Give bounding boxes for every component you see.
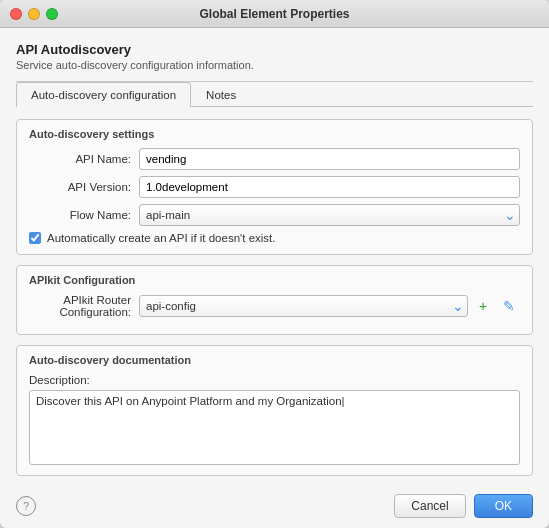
flow-name-select[interactable]: api-main [139,204,520,226]
apikit-group-title: APIkit Configuration [29,274,520,286]
description-textarea[interactable]: Discover this API on Anypoint Platform a… [29,390,520,465]
apikit-config-group: APIkit Configuration APIkit Router Confi… [16,265,533,335]
auto-create-row: Automatically create an API if it doesn'… [29,232,520,244]
close-button[interactable] [10,8,22,20]
flow-name-row: Flow Name: api-main ⌄ [29,204,520,226]
settings-group-title: Auto-discovery settings [29,128,520,140]
autodiscovery-settings-group: Auto-discovery settings API Name: API Ve… [16,119,533,255]
auto-create-checkbox[interactable] [29,232,41,244]
window-controls [10,8,58,20]
main-content: API Autodiscovery Service auto-discovery… [0,28,549,486]
footer-buttons: Cancel OK [394,494,533,518]
apikit-router-label: APIkit Router Configuration: [29,294,139,318]
tab-panel: Auto-discovery settings API Name: API Ve… [16,119,533,476]
apikit-router-row: APIkit Router Configuration: api-config … [29,294,520,318]
flow-name-select-wrapper: api-main ⌄ [139,204,520,226]
tab-notes[interactable]: Notes [191,82,251,107]
cancel-button[interactable]: Cancel [394,494,465,518]
plus-icon: + [479,298,487,314]
api-version-row: API Version: [29,176,520,198]
maximize-button[interactable] [46,8,58,20]
api-version-label: API Version: [29,181,139,193]
flow-name-label: Flow Name: [29,209,139,221]
ok-button[interactable]: OK [474,494,533,518]
add-config-button[interactable]: + [472,295,494,317]
description-label: Description: [29,374,520,386]
apikit-select-wrapper: api-config ⌄ [139,295,468,317]
doc-group-title: Auto-discovery documentation [29,354,520,366]
api-name-label: API Name: [29,153,139,165]
edit-config-button[interactable]: ✎ [498,295,520,317]
title-bar: Global Element Properties [0,0,549,28]
window-title: Global Element Properties [199,7,349,21]
apikit-router-select[interactable]: api-config [139,295,468,317]
minimize-button[interactable] [28,8,40,20]
section-subtitle: Service auto-discovery configuration inf… [16,59,533,71]
autodiscovery-doc-group: Auto-discovery documentation Description… [16,345,533,476]
api-version-input[interactable] [139,176,520,198]
footer: ? Cancel OK [0,486,549,528]
tab-bar: Auto-discovery configuration Notes [16,82,533,107]
help-button[interactable]: ? [16,496,36,516]
tab-auto-discovery[interactable]: Auto-discovery configuration [16,82,191,107]
api-name-input[interactable] [139,148,520,170]
window: Global Element Properties API Autodiscov… [0,0,549,528]
edit-icon: ✎ [503,298,515,314]
section-title: API Autodiscovery [16,42,533,57]
apikit-controls: api-config ⌄ + ✎ [139,295,520,317]
api-name-row: API Name: [29,148,520,170]
auto-create-label: Automatically create an API if it doesn'… [47,232,275,244]
